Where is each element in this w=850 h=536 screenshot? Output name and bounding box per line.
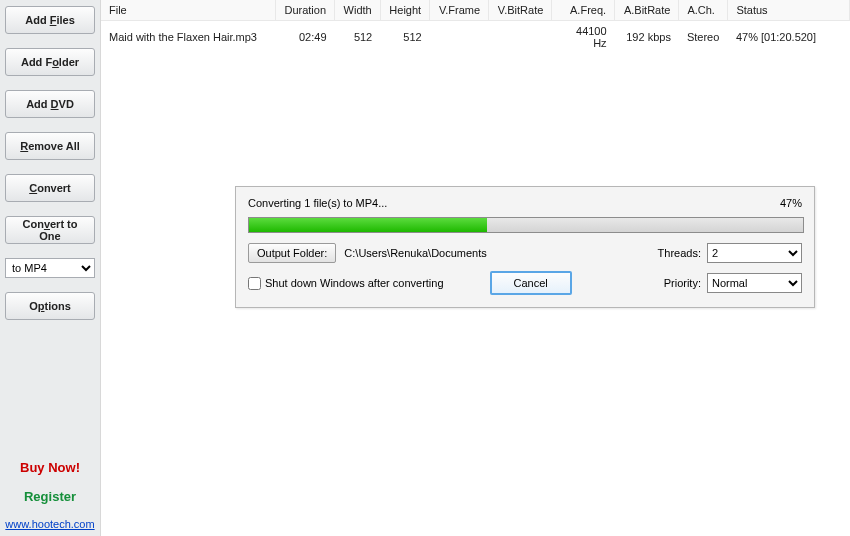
shutdown-checkbox[interactable]: [248, 277, 261, 290]
col-afreq[interactable]: A.Freq.: [552, 0, 615, 21]
cell-ach: Stereo: [679, 21, 728, 54]
col-height[interactable]: Height: [380, 0, 429, 21]
priority-select[interactable]: Normal: [707, 273, 802, 293]
file-table: File Duration Width Height V.Frame V.Bit…: [101, 0, 850, 53]
shutdown-text: Shut down Windows after converting: [265, 277, 444, 289]
options-button[interactable]: Options: [5, 292, 95, 320]
cell-afreq: 44100 Hz: [552, 21, 615, 54]
col-status[interactable]: Status: [728, 0, 850, 21]
col-vframe[interactable]: V.Frame: [430, 0, 489, 21]
threads-select[interactable]: 2: [707, 243, 802, 263]
main-panel: File Duration Width Height V.Frame V.Bit…: [100, 0, 850, 536]
col-ach[interactable]: A.Ch.: [679, 0, 728, 21]
converting-label: Converting 1 file(s) to MP4...: [248, 197, 387, 209]
shutdown-checkbox-label[interactable]: Shut down Windows after converting: [248, 277, 444, 290]
add-folder-button[interactable]: Add Folder: [5, 48, 95, 76]
cell-width: 512: [335, 21, 381, 54]
format-select[interactable]: to MP4: [5, 258, 95, 278]
priority-label: Priority:: [664, 277, 701, 289]
table-row[interactable]: Maid with the Flaxen Hair.mp3 02:49 512 …: [101, 21, 850, 54]
cell-height: 512: [380, 21, 429, 54]
progress-bar: [248, 217, 804, 233]
cell-abitrate: 192 kbps: [615, 21, 679, 54]
buy-now-link[interactable]: Buy Now!: [0, 460, 100, 475]
site-link[interactable]: www.hootech.com: [0, 518, 100, 530]
convert-to-one-button[interactable]: Convert to One: [5, 216, 95, 244]
cancel-button[interactable]: Cancel: [490, 271, 572, 295]
add-dvd-button[interactable]: Add DVD: [5, 90, 95, 118]
col-duration[interactable]: Duration: [275, 0, 334, 21]
convert-button[interactable]: Convert: [5, 174, 95, 202]
output-path: C:\Users\Renuka\Documents: [344, 247, 486, 259]
bottom-links: Buy Now! Register www.hootech.com: [0, 460, 100, 530]
col-vbitrate[interactable]: V.BitRate: [489, 0, 552, 21]
header-row: File Duration Width Height V.Frame V.Bit…: [101, 0, 850, 21]
add-files-button[interactable]: Add Files: [5, 6, 95, 34]
col-width[interactable]: Width: [335, 0, 381, 21]
sidebar: Add Files Add Folder Add DVD Remove All …: [0, 0, 100, 536]
percent-label: 47%: [780, 197, 802, 209]
remove-all-button[interactable]: Remove All: [5, 132, 95, 160]
cell-duration: 02:49: [275, 21, 334, 54]
threads-label: Threads:: [658, 247, 701, 259]
cell-status: 47% [01:20.520]: [728, 21, 850, 54]
cell-file: Maid with the Flaxen Hair.mp3: [101, 21, 275, 54]
col-abitrate[interactable]: A.BitRate: [615, 0, 679, 21]
cell-vbitrate: [489, 21, 552, 54]
output-folder-button[interactable]: Output Folder:: [248, 243, 336, 263]
progress-dialog: Converting 1 file(s) to MP4... 47% Outpu…: [235, 186, 815, 308]
progress-fill: [249, 218, 487, 232]
register-link[interactable]: Register: [0, 489, 100, 504]
cell-vframe: [430, 21, 489, 54]
col-file[interactable]: File: [101, 0, 275, 21]
